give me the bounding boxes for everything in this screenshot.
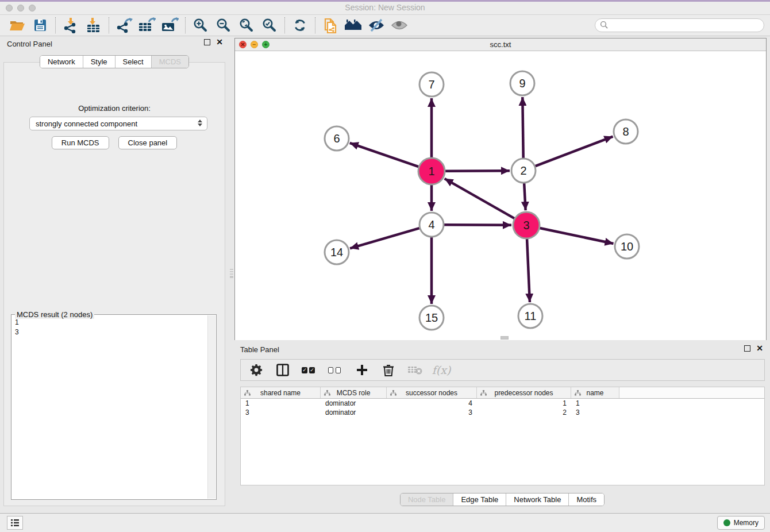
edge-4-3[interactable] (444, 225, 511, 225)
node-label: 6 (333, 132, 340, 145)
import-network-icon[interactable] (59, 16, 82, 34)
cell-name[interactable]: 1 (571, 399, 619, 408)
delete-column-icon[interactable] (381, 363, 396, 377)
edge-4-14[interactable] (350, 228, 419, 248)
cell-shared-name[interactable]: 1 (241, 399, 321, 408)
column-header-predecessor-nodes[interactable]: predecessor nodes (477, 387, 571, 398)
tab-select[interactable]: Select (115, 56, 151, 68)
edge-3-1[interactable] (445, 179, 515, 218)
cell-predecessor-nodes[interactable]: 1 (477, 399, 571, 408)
column-header-successor-nodes[interactable]: successor nodes (387, 387, 477, 398)
export-network-icon[interactable] (113, 16, 136, 34)
node-15[interactable]: 15 (419, 306, 444, 330)
cell-MCDS-role[interactable]: dominator (321, 408, 387, 417)
network-resize-grip[interactable] (500, 336, 509, 340)
node-3[interactable]: 3 (513, 212, 540, 238)
close-panel-button[interactable]: Close panel (118, 136, 178, 149)
node-7[interactable]: 7 (419, 72, 444, 97)
node-1[interactable]: 1 (418, 158, 445, 184)
criterion-dropdown[interactable]: strongly connected component (29, 117, 207, 130)
cell-predecessor-nodes[interactable]: 2 (477, 408, 571, 417)
export-image-icon[interactable] (159, 16, 182, 34)
mcds-result-list[interactable]: 1 3 (13, 316, 207, 498)
edge-1-6[interactable] (350, 143, 419, 167)
edge-3-10[interactable] (540, 228, 613, 244)
network-overview-icon[interactable] (319, 16, 342, 34)
cell-name[interactable]: 3 (571, 408, 619, 417)
refresh-view-icon[interactable] (288, 16, 311, 34)
tab-edge-table[interactable]: Edge Table (453, 494, 506, 506)
deselect-all-icon[interactable] (328, 363, 343, 377)
table-row[interactable]: 3dominator323 (241, 408, 764, 417)
node-4[interactable]: 4 (419, 213, 444, 237)
table-panel-title: Table Panel (240, 345, 279, 354)
node-6[interactable]: 6 (325, 126, 349, 151)
table-row[interactable]: 1dominator411 (241, 399, 764, 408)
node-label: 7 (428, 78, 434, 91)
cell-successor-nodes[interactable]: 3 (387, 408, 477, 417)
zoom-selected-icon[interactable] (258, 16, 281, 34)
node-10[interactable]: 10 (615, 234, 639, 259)
function-builder-icon: f(x) (434, 363, 449, 377)
cell-successor-nodes[interactable]: 4 (387, 399, 477, 408)
dropdown-stepper-icon (198, 119, 202, 126)
edge-3-11[interactable] (527, 239, 530, 302)
node-2[interactable]: 2 (511, 159, 536, 183)
node-label: 11 (525, 310, 537, 322)
close-table-panel-icon[interactable]: ✕ (756, 345, 763, 352)
node-14[interactable]: 14 (325, 240, 349, 264)
zoom-in-icon[interactable] (189, 16, 212, 34)
zoom-fit-icon[interactable] (235, 16, 258, 34)
node-label: 10 (621, 240, 633, 253)
panel-splitter[interactable] (229, 36, 234, 513)
edge-2-8[interactable] (536, 137, 613, 167)
float-panel-icon[interactable] (204, 39, 210, 45)
node-table[interactable]: shared nameMCDS rolesuccessor nodesprede… (240, 387, 765, 485)
hide-selected-icon[interactable] (365, 16, 388, 34)
close-panel-icon[interactable]: ✕ (216, 39, 223, 45)
tab-mcds[interactable]: MCDS (151, 56, 188, 68)
edge-2-3[interactable] (524, 183, 525, 210)
memory-button[interactable]: Memory (717, 516, 765, 530)
network-window-titlebar[interactable]: ✕ − + scc.txt (235, 38, 766, 51)
add-column-icon[interactable] (355, 363, 369, 377)
tab-network[interactable]: Network (40, 56, 83, 68)
network-graph-canvas[interactable]: 1234678910111415 (235, 51, 766, 340)
table-panel-tabs: Node TableEdge TableNetwork TableMotifs (400, 493, 605, 506)
tab-node-table[interactable]: Node Table (401, 494, 453, 506)
import-table-icon[interactable] (82, 16, 105, 34)
open-session-icon[interactable] (6, 16, 29, 34)
node-label: 3 (523, 219, 529, 232)
cell-MCDS-role[interactable]: dominator (321, 399, 387, 408)
result-scrollbar[interactable] (207, 315, 215, 499)
tab-style[interactable]: Style (83, 56, 115, 68)
node-8[interactable]: 8 (614, 119, 638, 144)
export-table-icon[interactable] (136, 16, 159, 34)
titlebar-accent (0, 0, 770, 2)
zoom-out-icon[interactable] (212, 16, 235, 34)
task-history-button[interactable] (7, 516, 23, 530)
delete-table-icon (407, 363, 422, 377)
float-table-panel-icon[interactable] (744, 345, 750, 352)
edge-1-2[interactable] (445, 171, 510, 171)
column-header-MCDS-role[interactable]: MCDS role (321, 387, 387, 398)
node-11[interactable]: 11 (518, 304, 542, 328)
column-header-name[interactable]: name (571, 387, 619, 398)
column-header-shared-name[interactable]: shared name (241, 387, 321, 398)
memory-status-icon (723, 519, 730, 526)
run-mcds-button[interactable]: Run MCDS (52, 136, 109, 149)
search-input[interactable] (595, 18, 764, 32)
select-all-icon[interactable]: ✓✓ (302, 363, 317, 377)
control-panel-tabs: NetworkStyleSelectMCDS (40, 55, 189, 68)
tab-network-table[interactable]: Network Table (506, 494, 568, 506)
save-session-icon[interactable] (29, 16, 52, 34)
settings-gear-icon[interactable] (249, 363, 264, 377)
node-9[interactable]: 9 (510, 71, 534, 95)
tab-motifs[interactable]: Motifs (568, 494, 604, 506)
splitter-grip[interactable] (230, 269, 233, 278)
edge-2-9[interactable] (522, 97, 523, 158)
cell-shared-name[interactable]: 3 (241, 408, 321, 417)
show-all-icon[interactable] (388, 16, 411, 34)
toggle-panel-icon[interactable] (275, 363, 290, 377)
home-view-icon[interactable] (342, 16, 365, 34)
